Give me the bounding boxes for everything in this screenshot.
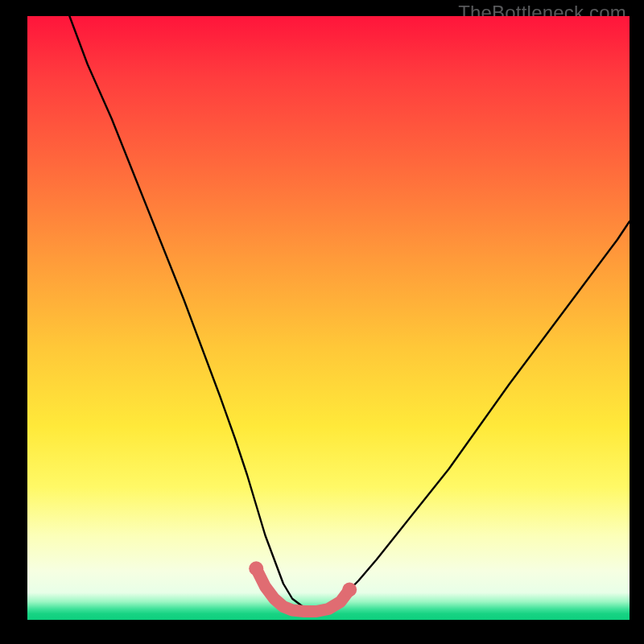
bottleneck-curve — [69, 16, 630, 608]
plot-area — [27, 16, 630, 620]
highlight-dot-right — [342, 583, 357, 597]
highlight-dot-left — [249, 561, 263, 576]
curve-layer — [27, 16, 630, 620]
flat-bottom-highlight — [256, 568, 349, 611]
chart-frame: TheBottleneck.com — [0, 0, 644, 644]
